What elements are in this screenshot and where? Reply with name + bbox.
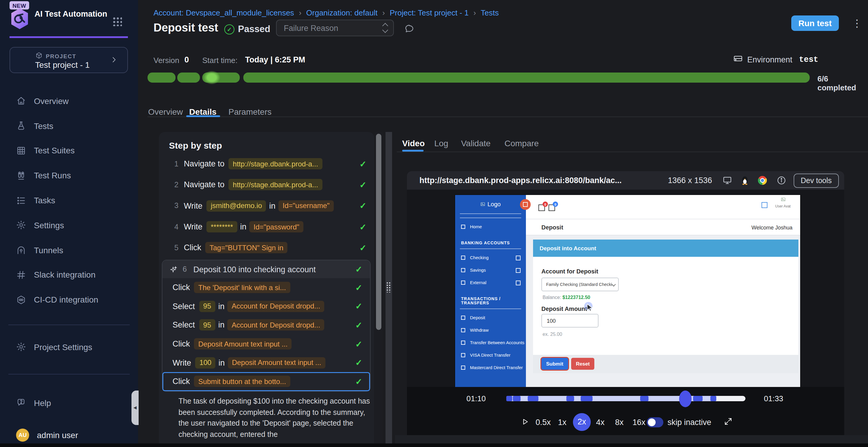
speed-button[interactable]: 8x (615, 418, 624, 426)
substep-row[interactable]: Write 100inDeposit Amount text input ... (162, 353, 370, 372)
breadcrumb-item[interactable]: Account: Devspace_all_module_licenses (154, 8, 294, 17)
sidebar-nav-item[interactable]: CI-CD integration (0, 287, 138, 312)
window-icon[interactable]: 0 (549, 204, 555, 211)
header-tab[interactable]: Overview (148, 107, 183, 116)
dev-tools-button[interactable]: Dev tools (794, 173, 839, 187)
timeline-activity-segment (580, 396, 592, 401)
sidebar-nav-item[interactable]: Tasks (0, 188, 138, 213)
substep-row[interactable]: Select 95inAccount for Deposit dropd... (162, 316, 370, 334)
failure-reason-select[interactable]: Failure Reason (276, 20, 394, 36)
step-verb: Navigate to (184, 180, 225, 189)
success-check-icon (355, 358, 362, 367)
substep-row[interactable]: Click Submit button at the botto... (162, 372, 370, 391)
sidebar: NEW AI Test Automation PROJECT Test proj… (0, 0, 138, 447)
sidebar-item-help[interactable]: Help (0, 390, 138, 415)
reset-button[interactable]: Reset (571, 358, 594, 370)
bank-nav-item[interactable]: Withdraw (455, 324, 526, 337)
step-parts: ********inId="password" (207, 221, 304, 232)
fullscreen-icon[interactable] (723, 417, 733, 426)
play-icon[interactable] (521, 417, 529, 426)
sidebar-item-label: CI-CD integration (34, 295, 98, 305)
step-row[interactable]: 5 Click Tag="BUTTON" Sign in (159, 237, 374, 258)
bank-nav-item[interactable]: Checking (455, 251, 526, 264)
speed-button[interactable]: 16x (632, 418, 646, 426)
timeline-track[interactable] (506, 396, 745, 401)
square-bullet-icon (461, 316, 465, 320)
video-controls: 01:10 01:33 0.5x1x2x4x8x16x skip inactiv… (407, 387, 844, 435)
sidebar-divider (8, 374, 130, 375)
sidebar-item-label: Settings (34, 220, 64, 230)
step-row[interactable]: 3 Write jsmith@demo.ioinId="username" (159, 195, 374, 216)
header-tab[interactable]: Parameters (228, 107, 272, 116)
bank-nav-item[interactable]: Deposit (455, 311, 526, 324)
bank-logo[interactable]: Logo (455, 195, 526, 213)
step-connector: in (218, 302, 225, 311)
substep-row[interactable]: Click The 'Deposit' link with a si... (162, 278, 370, 297)
steps-scrollbar-thumb[interactable] (376, 134, 381, 330)
page-title: Deposit test (154, 22, 218, 34)
step-number: 3 (174, 202, 184, 210)
bank-nav-item[interactable]: Transfer Between Accounts (455, 337, 526, 349)
gear-icon (16, 342, 26, 352)
bank-nav-item[interactable]: External (455, 276, 526, 289)
step-verb: Click (173, 283, 190, 292)
account-select[interactable]: Family Checking (Standard Checking) (541, 278, 619, 291)
video-tab[interactable]: Video (402, 138, 425, 148)
breadcrumb-item[interactable]: Tests (468, 8, 499, 17)
chrome-icon (758, 176, 767, 185)
sidebar-item-project-settings[interactable]: Project Settings (0, 335, 138, 359)
speed-button[interactable]: 4x (596, 418, 605, 426)
video-tab[interactable]: Log (434, 138, 448, 148)
substep-row[interactable]: Click Deposit Amount text input ... (162, 335, 370, 353)
submit-button[interactable]: Submit (541, 358, 568, 370)
comment-icon[interactable] (404, 23, 415, 34)
step-row[interactable]: 1 Navigate to http://stage.dbank.prod-a.… (159, 153, 374, 174)
drag-handle-icon[interactable] (386, 282, 392, 293)
step-group-header[interactable]: 6 Deposit 100 into checking account (162, 260, 370, 278)
version-label: Version (154, 56, 179, 65)
apps-grid-icon[interactable] (113, 16, 122, 26)
sidebar-nav-item[interactable]: Test Runs (0, 163, 138, 188)
sidebar-nav-item[interactable]: Tests (0, 113, 138, 138)
skip-inactive-toggle[interactable] (647, 417, 663, 427)
sidebar-nav-item[interactable]: Tunnels (0, 238, 138, 263)
bank-content: Deposit into Account Account for Deposit… (526, 235, 800, 387)
sidebar-nav-item[interactable]: Test Suites (0, 138, 138, 163)
info-icon[interactable] (776, 175, 786, 185)
substep-row[interactable]: Select 95inAccount for Deposit dropd... (162, 297, 370, 316)
breadcrumb-item[interactable]: Project: Test project - 1 (377, 8, 468, 17)
sidebar-nav-item[interactable]: Slack integration (0, 263, 138, 287)
square-bullet-icon (461, 281, 465, 285)
speed-button[interactable]: 0.5x (535, 418, 551, 426)
speed-button[interactable]: 2x (573, 413, 591, 431)
speed-button[interactable]: 1x (558, 418, 567, 426)
video-tab[interactable]: Validate (461, 138, 491, 148)
bank-section-header: TRANSACTIONS / TRANSFERS (461, 297, 526, 305)
panel-resize-divider[interactable] (385, 132, 392, 443)
window-icon[interactable]: 0 (538, 204, 545, 211)
step-selector-chip: Submit button at the botto... (194, 376, 290, 387)
bank-nav-item[interactable]: Mastercard Direct Transfer (455, 362, 526, 374)
square-bullet-icon (461, 225, 465, 229)
bank-nav-item[interactable]: Home (455, 220, 526, 233)
video-tab[interactable]: Compare (504, 138, 539, 148)
bank-nav-item[interactable]: VISA Direct Transfer (455, 349, 526, 362)
user-avatar-broken: User Avat (775, 197, 790, 209)
sidebar-nav-item[interactable]: Overview (0, 89, 138, 113)
breadcrumb-item[interactable]: Organization: default (294, 8, 378, 17)
step-row[interactable]: 4 Write ********inId="password" (159, 216, 374, 238)
deposit-amount-input[interactable]: 100 (541, 314, 598, 328)
page-url[interactable]: http://stage.dbank.prod-apps.relicx.ai:8… (420, 176, 622, 185)
timeline-knob[interactable] (679, 390, 692, 407)
checkbox-icon[interactable] (762, 202, 768, 208)
sparkle-icon (169, 265, 177, 273)
project-switcher[interactable]: PROJECT Test project - 1 (9, 47, 128, 73)
sidebar-collapse-handle[interactable]: ◀ (131, 390, 138, 425)
version-value: 0 (184, 55, 189, 64)
step-row[interactable]: 2 Navigate to http://stage.dbank.prod-a.… (159, 174, 374, 196)
kebab-menu-icon[interactable]: ⋮ (852, 17, 862, 30)
sidebar-nav-item[interactable]: Settings (0, 213, 138, 238)
run-test-button[interactable]: Run test (791, 15, 839, 31)
video-frame[interactable]: Logo (407, 190, 844, 387)
bank-nav-item[interactable]: Savings (455, 264, 526, 276)
